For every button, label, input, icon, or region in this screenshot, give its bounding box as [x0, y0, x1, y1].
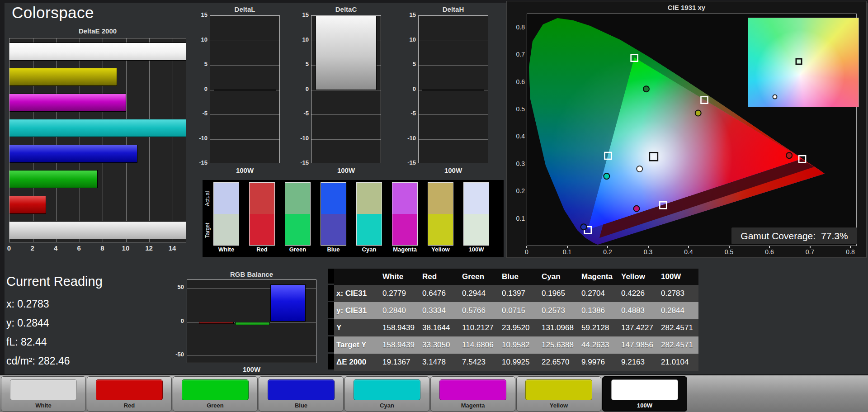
table-left-strip [328, 354, 334, 371]
zero-value-bar [422, 90, 484, 90]
table-cell: 10.9582 [500, 341, 539, 350]
deltae-bar-100w [9, 221, 186, 239]
table-cell: 131.0968 [539, 323, 579, 332]
table-cell: 282.4571 [659, 341, 698, 350]
table-row: Target Y158.943933.3050114.680610.958212… [328, 336, 698, 354]
pattern-button-magenta[interactable]: Magenta [430, 376, 515, 412]
axis-tick-label: -5 [297, 110, 309, 117]
pattern-button-red[interactable]: Red [87, 376, 172, 412]
actual-swatch-magenta [392, 183, 417, 214]
pattern-button-cyan[interactable]: Cyan [344, 376, 429, 412]
gamut-coverage-readout: Gamut Coverage: 77.3% [731, 227, 857, 244]
rgb-balance-bar-green [235, 322, 270, 325]
actual-swatch-yellow [428, 183, 453, 214]
gridline [419, 41, 488, 41]
table-cell: 0.6476 [420, 289, 460, 298]
actual-swatch-blue [321, 183, 346, 214]
deltal-plot-area [210, 15, 280, 163]
column-header-red: Red [420, 272, 460, 281]
axis-tick-label: 0 [4, 244, 14, 252]
table-cell: 0.2944 [460, 289, 500, 298]
swatch-name-magenta: Magenta [387, 246, 423, 253]
axis-tick-label: 0.3 [509, 160, 525, 167]
table-cell: 0.2573 [539, 306, 579, 315]
pattern-swatch-white [10, 379, 77, 400]
pattern-label-white: White [1, 402, 85, 409]
axis-tick-label: 2 [27, 244, 38, 252]
deltae-bar-yellow [9, 68, 117, 86]
rgb-balance-bar-blue [270, 284, 306, 322]
deltae-bar-cyan [9, 119, 186, 137]
gridline [311, 114, 381, 115]
axis-tick-label: 0 [297, 85, 309, 92]
axis-tick-label: 0.4 [509, 133, 525, 140]
column-header-100w: 100W [659, 272, 698, 281]
table-header-row: WhiteRedGreenBlueCyanMagentaYellow100W [328, 269, 698, 285]
deltac-chart-title: DeltaC [311, 5, 381, 13]
pattern-button-green[interactable]: Green [173, 376, 258, 412]
pattern-swatch-100w [611, 379, 678, 400]
axis-tick-label: 10 [196, 36, 208, 43]
deltae-bar-red [9, 196, 46, 214]
table-row: Y158.943938.1644110.212723.9520131.09685… [328, 319, 698, 336]
deltah-chart: DeltaH 151050-5-10-15 100W [405, 5, 495, 180]
gamut-coverage-value: 77.3% [821, 231, 848, 242]
table-cell: 0.1386 [579, 306, 619, 315]
target-swatch-green [285, 214, 310, 245]
pattern-button-white[interactable]: White [1, 376, 86, 412]
gridline [126, 38, 127, 242]
deltae-chart-title: DeltaE 2000 [8, 27, 187, 35]
axis-tick-label: 4 [50, 244, 61, 252]
row-label: Y [334, 323, 380, 332]
table-cell: 23.9520 [500, 323, 539, 332]
pattern-label-100w: 100W [603, 402, 687, 409]
axis-tick-label: 5 [196, 61, 208, 67]
axis-tick-label: 8 [97, 244, 108, 252]
row-label: x: CIE31 [334, 289, 380, 298]
table-cell: 0.4226 [619, 289, 659, 298]
actual-swatch-100w [464, 183, 489, 214]
axis-tick-label: -10 [404, 135, 416, 142]
axis-tick [769, 246, 770, 248]
axis-tick-label: -15 [196, 159, 208, 166]
deltah-x-label: 100W [418, 166, 488, 174]
axis-tick-label: 0.3 [642, 248, 655, 256]
pattern-swatch-blue [268, 379, 335, 400]
axis-tick-label: 10 [297, 36, 309, 43]
axis-tick-label: 0 [172, 317, 184, 324]
cie-measured-blue [581, 224, 587, 230]
axis-tick-label: 0.5 [509, 105, 525, 113]
table-cell: 22.6570 [539, 358, 579, 367]
pattern-button-blue[interactable]: Blue [259, 376, 344, 412]
pattern-button-100w[interactable]: 100W [602, 376, 687, 412]
actual-swatch-red [250, 183, 274, 214]
pattern-swatch-magenta [439, 379, 506, 400]
swatch-column-cyan [356, 182, 382, 246]
gridline [311, 90, 381, 90]
swatch-column-blue [321, 182, 346, 246]
axis-tick-label: 0.5 [723, 248, 736, 256]
axis-tick-label: 0 [404, 85, 416, 92]
gridline [173, 38, 173, 242]
column-header-cyan: Cyan [539, 272, 579, 281]
axis-tick-label: 0.7 [509, 51, 525, 58]
deltah-chart-title: DeltaH [418, 5, 488, 13]
pattern-button-yellow[interactable]: Yellow [516, 376, 601, 412]
target-swatch-red [250, 214, 274, 245]
target-swatch-100w [464, 214, 489, 245]
table-cell: 0.1965 [539, 289, 579, 298]
table-cell: 44.2633 [579, 341, 619, 350]
gamut-coverage-label: Gamut Coverage: [741, 231, 816, 242]
axis-tick [648, 246, 649, 248]
swatch-name-100w: 100W [458, 246, 494, 253]
rgb-balance-chart: RGB Balance 500-50 100W [172, 270, 328, 375]
swatch-name-white: White [208, 246, 244, 253]
cie-1931-panel: CIE 1931 xy [506, 1, 867, 258]
deltae-bar-green [9, 170, 98, 188]
deltac-chart: DeltaC 151050-5-10-15 100W [297, 5, 388, 180]
table-row: ΔE 200019.13673.14787.542310.992522.6570… [328, 354, 698, 371]
axis-tick-label: -5 [196, 110, 208, 117]
cie-measured-cyan [604, 173, 609, 179]
deltac-plot-area [311, 15, 381, 163]
swatch-column-white [213, 182, 239, 246]
